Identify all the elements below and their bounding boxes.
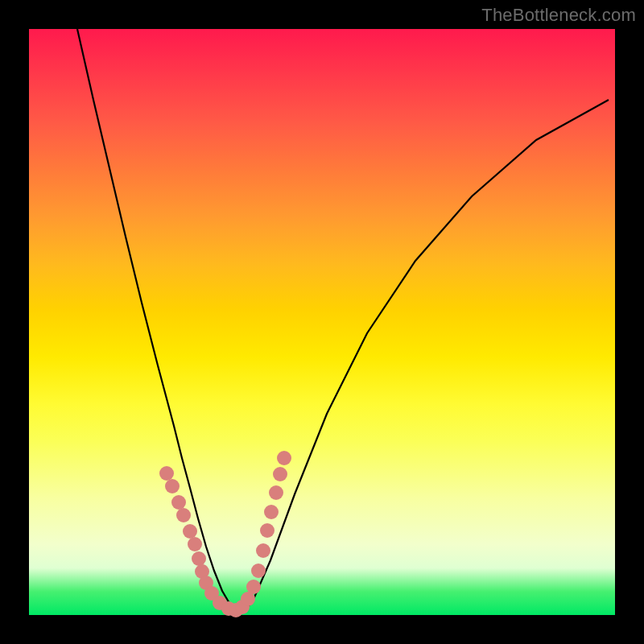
chart-svg bbox=[29, 29, 615, 615]
markers-right bbox=[229, 451, 291, 617]
data-marker bbox=[192, 551, 206, 566]
data-marker bbox=[246, 580, 261, 594]
watermark-text: TheBottleneck.com bbox=[481, 5, 636, 26]
chart-frame: TheBottleneck.com bbox=[0, 0, 644, 644]
data-marker bbox=[264, 505, 279, 519]
data-marker bbox=[277, 451, 291, 465]
data-marker bbox=[171, 495, 186, 510]
data-marker bbox=[260, 523, 275, 538]
data-marker bbox=[165, 479, 180, 493]
data-marker bbox=[159, 466, 174, 481]
data-marker bbox=[273, 467, 287, 481]
data-marker bbox=[269, 485, 283, 500]
curve-group bbox=[77, 29, 609, 611]
data-marker bbox=[188, 537, 202, 551]
data-marker bbox=[256, 543, 270, 558]
data-marker bbox=[176, 508, 191, 522]
data-marker bbox=[251, 564, 266, 578]
data-marker bbox=[183, 524, 197, 539]
bottleneck-curve bbox=[77, 29, 609, 611]
